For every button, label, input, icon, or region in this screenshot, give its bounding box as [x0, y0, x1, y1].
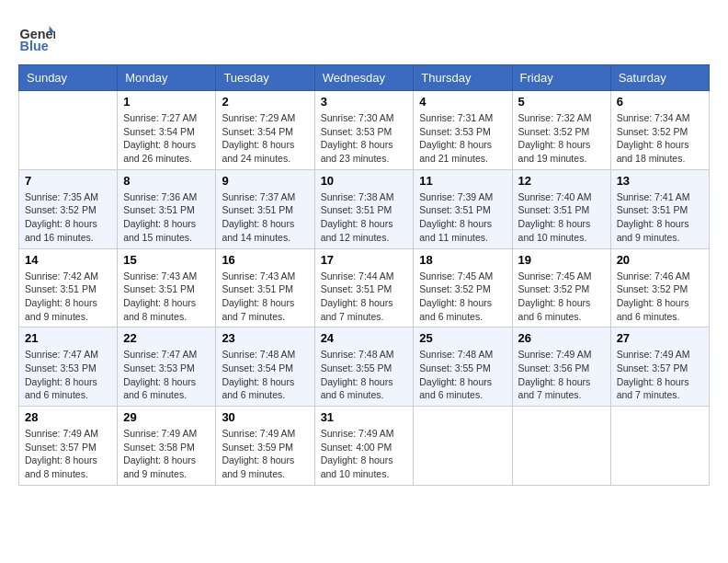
week-row-2: 7Sunrise: 7:35 AMSunset: 3:52 PMDaylight…: [19, 169, 710, 248]
day-info: Sunrise: 7:40 AMSunset: 3:51 PMDaylight:…: [518, 190, 605, 245]
calendar-cell: [19, 91, 118, 170]
calendar-table: SundayMondayTuesdayWednesdayThursdayFrid…: [18, 64, 710, 486]
calendar-cell: 25Sunrise: 7:48 AMSunset: 3:55 PMDayligh…: [414, 327, 512, 407]
logo: General Blue: [18, 18, 59, 55]
day-header-saturday: Saturday: [610, 65, 709, 91]
day-info: Sunrise: 7:27 AMSunset: 3:54 PMDaylight:…: [123, 111, 210, 166]
day-number: 26: [518, 331, 605, 345]
calendar-cell: [610, 407, 709, 486]
calendar-cell: 8Sunrise: 7:36 AMSunset: 3:51 PMDaylight…: [118, 169, 216, 248]
day-info: Sunrise: 7:39 AMSunset: 3:51 PMDaylight:…: [419, 190, 506, 245]
day-info: Sunrise: 7:42 AMSunset: 3:51 PMDaylight:…: [25, 270, 111, 324]
day-number: 17: [321, 253, 408, 267]
day-info: Sunrise: 7:45 AMSunset: 3:52 PMDaylight:…: [419, 270, 506, 324]
day-info: Sunrise: 7:44 AMSunset: 3:51 PMDaylight:…: [321, 270, 408, 324]
day-number: 23: [222, 331, 308, 345]
day-info: Sunrise: 7:37 AMSunset: 3:51 PMDaylight:…: [222, 190, 308, 245]
week-row-5: 28Sunrise: 7:49 AMSunset: 3:57 PMDayligh…: [19, 407, 710, 486]
day-number: 28: [25, 410, 111, 424]
calendar-cell: 14Sunrise: 7:42 AMSunset: 3:51 PMDayligh…: [19, 248, 118, 327]
day-info: Sunrise: 7:29 AMSunset: 3:54 PMDaylight:…: [222, 111, 308, 166]
day-header-friday: Friday: [512, 65, 610, 91]
day-number: 9: [222, 174, 308, 188]
day-number: 18: [419, 253, 506, 267]
day-number: 27: [617, 331, 703, 345]
day-header-tuesday: Tuesday: [216, 65, 314, 91]
calendar-cell: 19Sunrise: 7:45 AMSunset: 3:52 PMDayligh…: [512, 248, 610, 327]
calendar-cell: 10Sunrise: 7:38 AMSunset: 3:51 PMDayligh…: [314, 169, 414, 248]
calendar-cell: 17Sunrise: 7:44 AMSunset: 3:51 PMDayligh…: [314, 248, 414, 327]
calendar-cell: 29Sunrise: 7:49 AMSunset: 3:58 PMDayligh…: [118, 407, 216, 486]
logo-icon: General Blue: [18, 18, 55, 55]
day-info: Sunrise: 7:49 AMSunset: 3:57 PMDaylight:…: [25, 427, 111, 481]
day-number: 19: [518, 253, 605, 267]
day-number: 22: [123, 331, 210, 345]
day-info: Sunrise: 7:30 AMSunset: 3:53 PMDaylight:…: [321, 111, 408, 166]
day-info: Sunrise: 7:49 AMSunset: 4:00 PMDaylight:…: [321, 427, 408, 481]
day-number: 2: [222, 95, 308, 109]
calendar-cell: 13Sunrise: 7:41 AMSunset: 3:51 PMDayligh…: [610, 169, 709, 248]
day-number: 24: [321, 331, 408, 345]
calendar-cell: 5Sunrise: 7:32 AMSunset: 3:52 PMDaylight…: [512, 91, 610, 170]
calendar-cell: 20Sunrise: 7:46 AMSunset: 3:52 PMDayligh…: [610, 248, 709, 327]
calendar-cell: 30Sunrise: 7:49 AMSunset: 3:59 PMDayligh…: [216, 407, 314, 486]
day-header-thursday: Thursday: [414, 65, 512, 91]
calendar-cell: 28Sunrise: 7:49 AMSunset: 3:57 PMDayligh…: [19, 407, 118, 486]
day-number: 21: [25, 331, 111, 345]
day-info: Sunrise: 7:49 AMSunset: 3:57 PMDaylight:…: [617, 348, 703, 402]
week-row-3: 14Sunrise: 7:42 AMSunset: 3:51 PMDayligh…: [19, 248, 710, 327]
calendar-cell: 18Sunrise: 7:45 AMSunset: 3:52 PMDayligh…: [414, 248, 512, 327]
page-header: General Blue: [18, 18, 710, 55]
day-info: Sunrise: 7:43 AMSunset: 3:51 PMDaylight:…: [222, 270, 308, 324]
day-info: Sunrise: 7:45 AMSunset: 3:52 PMDaylight:…: [518, 270, 605, 324]
calendar-cell: [414, 407, 512, 486]
day-number: 15: [123, 253, 210, 267]
calendar-cell: 27Sunrise: 7:49 AMSunset: 3:57 PMDayligh…: [610, 327, 709, 407]
day-info: Sunrise: 7:38 AMSunset: 3:51 PMDaylight:…: [321, 190, 408, 245]
calendar-cell: 16Sunrise: 7:43 AMSunset: 3:51 PMDayligh…: [216, 248, 314, 327]
day-number: 8: [123, 174, 210, 188]
day-number: 20: [617, 253, 703, 267]
day-number: 7: [25, 174, 111, 188]
day-info: Sunrise: 7:48 AMSunset: 3:54 PMDaylight:…: [222, 348, 308, 402]
day-number: 30: [222, 410, 308, 424]
day-info: Sunrise: 7:49 AMSunset: 3:59 PMDaylight:…: [222, 427, 308, 481]
calendar-cell: 4Sunrise: 7:31 AMSunset: 3:53 PMDaylight…: [414, 91, 512, 170]
calendar-cell: 22Sunrise: 7:47 AMSunset: 3:53 PMDayligh…: [118, 327, 216, 407]
calendar-cell: 26Sunrise: 7:49 AMSunset: 3:56 PMDayligh…: [512, 327, 610, 407]
day-info: Sunrise: 7:49 AMSunset: 3:56 PMDaylight:…: [518, 348, 605, 402]
day-number: 10: [321, 174, 408, 188]
week-row-1: 1Sunrise: 7:27 AMSunset: 3:54 PMDaylight…: [19, 91, 710, 170]
day-number: 14: [25, 253, 111, 267]
day-info: Sunrise: 7:43 AMSunset: 3:51 PMDaylight:…: [123, 270, 210, 324]
day-number: 29: [123, 410, 210, 424]
day-number: 16: [222, 253, 308, 267]
calendar-cell: 31Sunrise: 7:49 AMSunset: 4:00 PMDayligh…: [314, 407, 414, 486]
day-info: Sunrise: 7:32 AMSunset: 3:52 PMDaylight:…: [518, 111, 605, 166]
calendar-cell: 2Sunrise: 7:29 AMSunset: 3:54 PMDaylight…: [216, 91, 314, 170]
calendar-cell: 12Sunrise: 7:40 AMSunset: 3:51 PMDayligh…: [512, 169, 610, 248]
calendar-header: SundayMondayTuesdayWednesdayThursdayFrid…: [19, 65, 710, 91]
svg-text:Blue: Blue: [20, 39, 49, 53]
calendar-cell: 6Sunrise: 7:34 AMSunset: 3:52 PMDaylight…: [610, 91, 709, 170]
day-info: Sunrise: 7:47 AMSunset: 3:53 PMDaylight:…: [123, 348, 210, 402]
day-number: 3: [321, 95, 408, 109]
week-row-4: 21Sunrise: 7:47 AMSunset: 3:53 PMDayligh…: [19, 327, 710, 407]
calendar-cell: 24Sunrise: 7:48 AMSunset: 3:55 PMDayligh…: [314, 327, 414, 407]
day-number: 1: [123, 95, 210, 109]
day-header-wednesday: Wednesday: [314, 65, 414, 91]
calendar-cell: 11Sunrise: 7:39 AMSunset: 3:51 PMDayligh…: [414, 169, 512, 248]
calendar-cell: 7Sunrise: 7:35 AMSunset: 3:52 PMDaylight…: [19, 169, 118, 248]
day-number: 5: [518, 95, 605, 109]
day-info: Sunrise: 7:49 AMSunset: 3:58 PMDaylight:…: [123, 427, 210, 481]
calendar-body: 1Sunrise: 7:27 AMSunset: 3:54 PMDaylight…: [19, 91, 710, 486]
day-info: Sunrise: 7:48 AMSunset: 3:55 PMDaylight:…: [321, 348, 408, 402]
day-number: 13: [617, 174, 703, 188]
day-number: 12: [518, 174, 605, 188]
calendar-cell: 23Sunrise: 7:48 AMSunset: 3:54 PMDayligh…: [216, 327, 314, 407]
day-info: Sunrise: 7:47 AMSunset: 3:53 PMDaylight:…: [25, 348, 111, 402]
day-info: Sunrise: 7:34 AMSunset: 3:52 PMDaylight:…: [617, 111, 703, 166]
day-header-monday: Monday: [118, 65, 216, 91]
day-number: 11: [419, 174, 506, 188]
day-info: Sunrise: 7:48 AMSunset: 3:55 PMDaylight:…: [419, 348, 506, 402]
